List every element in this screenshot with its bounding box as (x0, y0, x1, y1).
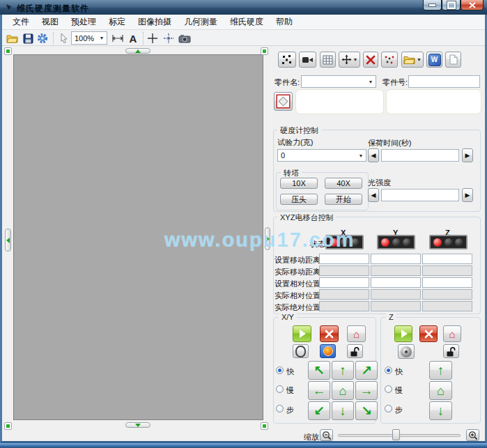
test-force-combobox[interactable]: 0 ▼ (277, 149, 366, 162)
light-intensity-input[interactable] (381, 189, 459, 201)
light-decrease-button[interactable]: ◀ (368, 188, 379, 202)
z-home-button[interactable]: ⌂ (443, 325, 461, 342)
light-increase-button[interactable]: ▶ (462, 188, 473, 202)
xy-jog-down-left-button[interactable]: ↙ (308, 401, 330, 420)
xy-jog-right-button[interactable]: → (355, 381, 378, 400)
xy-home-button[interactable]: ⌂ (347, 325, 366, 342)
menu-file[interactable]: 文件 (6, 14, 36, 30)
grid-view-button[interactable] (320, 52, 336, 68)
new-document-button[interactable] (445, 52, 461, 68)
xy-speed-slow-radio[interactable] (276, 385, 284, 393)
close-button[interactable] (461, 0, 484, 10)
z-run-button[interactable] (394, 325, 412, 342)
panel-splitter-button[interactable] (265, 227, 270, 250)
xy-jog-home-button[interactable]: ⌂ (332, 381, 354, 400)
measure-ruler-button[interactable] (111, 31, 125, 45)
xy-jog-left-button[interactable]: ← (308, 381, 330, 400)
z-disc-button[interactable] (398, 344, 415, 359)
video-camera-icon (302, 56, 314, 64)
set-move-distance-y-input[interactable] (371, 254, 421, 264)
zoom-level-combobox[interactable]: 100% ▼ (71, 31, 107, 45)
menu-image-capture[interactable]: 图像拍摄 (132, 14, 178, 30)
indent-measure-button[interactable] (274, 92, 293, 111)
start-button[interactable]: 开始 (325, 194, 362, 205)
dock-handle-bottom-right[interactable] (261, 422, 268, 430)
menu-view[interactable]: 视图 (36, 14, 65, 30)
xy-speed-fast-radio[interactable] (276, 366, 284, 374)
minimize-button[interactable] (423, 0, 442, 10)
select-cursor-button[interactable] (58, 31, 69, 45)
dock-handle-top-left[interactable] (4, 47, 12, 55)
maximize-button[interactable] (442, 0, 461, 10)
set-relative-position-x-input[interactable] (319, 277, 369, 288)
gear-icon (37, 33, 48, 44)
image-view-area[interactable] (13, 54, 263, 420)
xy-stop-button[interactable] (320, 325, 339, 342)
z-speed-fast-radio[interactable] (385, 366, 392, 374)
xy-unlock-button[interactable] (347, 344, 363, 358)
xy-run-button[interactable] (293, 325, 311, 342)
video-capture-button[interactable] (299, 52, 316, 68)
z-jog-up-button[interactable]: ↑ (429, 361, 452, 380)
hold-time-increase-button[interactable]: ▶ (462, 148, 473, 162)
menu-geometry-measure[interactable]: 几何测量 (178, 14, 224, 30)
word-icon: W (428, 54, 441, 66)
xy-jog-down-right-button[interactable]: ↘ (355, 401, 378, 420)
indenter-button[interactable]: 压头 (280, 194, 318, 205)
set-move-distance-x-input[interactable] (319, 254, 369, 264)
collapse-bottom-button[interactable] (125, 422, 150, 428)
set-move-distance-z-input[interactable] (422, 254, 472, 264)
xy-joystick-button[interactable] (293, 344, 309, 358)
xy-jog-up-right-button[interactable]: ↗ (355, 361, 378, 380)
save-button[interactable] (22, 31, 34, 45)
menu-preprocess[interactable]: 预处理 (65, 14, 102, 30)
zoom-in-button[interactable] (466, 429, 479, 441)
z-speed-slow-radio[interactable] (385, 385, 392, 393)
arrow-down-icon (135, 424, 141, 427)
settings-button[interactable] (36, 31, 49, 45)
part-name-combobox[interactable]: ▼ (301, 75, 376, 88)
open-file-button[interactable] (6, 31, 20, 45)
menu-help[interactable]: 帮助 (270, 14, 299, 30)
dock-handle-top-right[interactable] (261, 47, 268, 55)
set-relative-position-z-input[interactable] (422, 277, 472, 288)
capture-camera-button[interactable] (178, 31, 192, 45)
objective-40x-button[interactable]: 40X (325, 178, 362, 189)
title-bar[interactable]: 维氏硬度测量软件 (0, 0, 487, 15)
xy-jog-down-button[interactable]: ↓ (332, 401, 354, 420)
status-label: 状态 (310, 239, 325, 249)
crosshair-button[interactable] (146, 31, 159, 45)
open-report-button[interactable]: ▼ (401, 52, 424, 68)
pattern-points-button[interactable] (278, 52, 296, 68)
set-relative-position-y-input[interactable] (371, 277, 421, 288)
delete-button[interactable] (363, 52, 378, 68)
dock-handle-bottom-left[interactable] (4, 422, 12, 430)
zoom-slider-thumb[interactable] (392, 429, 400, 440)
z-unlock-button[interactable] (443, 344, 459, 358)
z-jog-down-button[interactable]: ↓ (429, 401, 452, 420)
status-lights-z (429, 235, 467, 249)
center-target-icon (163, 33, 174, 44)
text-annotation-button[interactable]: A (127, 31, 139, 45)
center-stage-button[interactable] (162, 31, 175, 45)
collapse-top-button[interactable] (125, 48, 150, 54)
xy-jog-up-left-button[interactable]: ↖ (308, 361, 330, 380)
export-word-button[interactable]: W (426, 52, 442, 68)
scatter-points-button[interactable] (381, 52, 398, 68)
collapse-left-button[interactable] (5, 229, 11, 252)
hold-time-decrease-button[interactable]: ◀ (368, 148, 379, 162)
pattern-points-icon (281, 54, 293, 65)
zoom-out-button[interactable] (320, 429, 333, 441)
part-number-input[interactable] (408, 75, 480, 88)
z-speed-step-radio[interactable] (385, 405, 392, 412)
z-jog-home-button[interactable]: ⌂ (429, 381, 452, 400)
xy-jog-up-button[interactable]: ↑ (332, 361, 354, 380)
xy-emergency-stop-button[interactable] (320, 344, 336, 358)
menu-calibration[interactable]: 标定 (102, 14, 132, 30)
hold-time-input[interactable] (381, 149, 459, 162)
menu-vickers-hardness[interactable]: 维氏硬度 (224, 14, 270, 30)
z-stop-button[interactable] (419, 325, 438, 342)
objective-10x-button[interactable]: 10X (280, 178, 318, 189)
xy-speed-step-radio[interactable] (276, 405, 284, 412)
move-stage-button[interactable]: ▼ (339, 52, 360, 68)
